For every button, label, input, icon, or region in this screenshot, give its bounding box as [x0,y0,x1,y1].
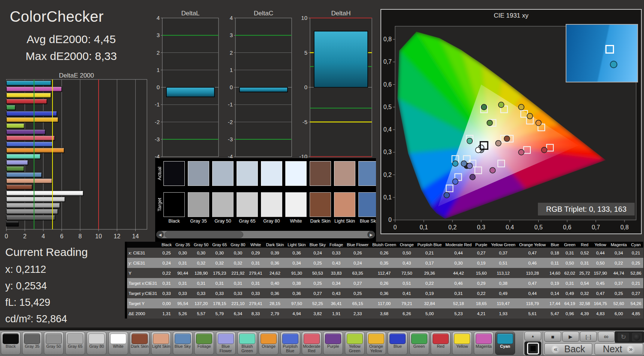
patch-button-purple[interactable]: Purple [323,332,343,355]
swatch-label: Gray 50 [212,218,234,224]
table-cell: 0,27 [473,248,489,258]
target-swatch-blue-sky [358,192,376,217]
patch-label: Orange Yellow [367,344,386,353]
patch-swatch [24,334,40,344]
patch-button-gray-80[interactable]: Gray 80 [87,332,106,355]
infinity-button[interactable]: ∞ [598,332,615,342]
table-cell: 0,33 [247,288,264,298]
patch-button-yellow[interactable]: Yellow [452,332,472,355]
table-cell: 0,46 [443,278,473,288]
patch-button-gray-35[interactable]: Gray 35 [22,332,42,355]
dwell-button[interactable]: [··] [580,332,597,342]
patch-button-magenta[interactable]: Magenta [474,332,494,355]
table-cell: 65,15 [345,298,370,308]
table-cell: 3,68 [370,308,398,319]
scroll-right-icon[interactable]: ▶ [367,231,375,238]
table-cell: 0,17 [416,258,444,268]
record-button[interactable] [631,332,643,342]
patch-data-table: BlackGray 35Gray 50Gray 65Gray 80WhiteDa… [127,242,643,319]
cie-x-tick: 0,6 [563,224,571,230]
patch-button-cyan[interactable]: Cyan [495,332,515,355]
patch-button-blue[interactable]: Blue [388,332,407,355]
patch-label: Foliage [195,344,214,349]
table-cell: 0,37 [609,278,629,288]
table-col-header: Blue Sky [308,242,328,248]
next-button[interactable]: Next» [595,343,643,355]
inset-target-square [605,45,614,54]
max-de2000-value: Max dE2000: 8,33 [0,50,142,63]
patch-button-orange[interactable]: Orange [259,332,279,355]
table-cell: 29,36 [416,268,444,278]
patch-toolbar: BlackGray 35Gray 50Gray 65Gray 80WhiteDa… [0,331,644,356]
patch-button-red[interactable]: Red [431,332,451,355]
patch-button-black[interactable]: Black [1,332,21,355]
swatch-label: Gray 35 [188,218,209,224]
delta-y-tick: 1 [230,67,233,73]
cie-measured-light-skin [496,141,501,146]
scrollbar-thumb[interactable] [165,231,243,238]
deltae-x-tick: 12 [114,233,120,239]
table-cell: 0,35 [370,258,398,268]
table-cell: 0,52 [577,248,592,258]
swatch-scrollbar[interactable]: ◀▶ [156,231,375,238]
cie-x-tick: 0 [394,224,397,230]
back-button[interactable]: «Back [544,343,592,355]
target-swatch-gray-80 [261,192,282,217]
patch-button-gray-50[interactable]: Gray 50 [44,332,64,355]
deltae-x-tick: 14 [132,233,139,239]
refresh-button[interactable]: ↻ [617,332,630,342]
table-col-header: Bluish Green [370,242,398,248]
patch-button-gray-65[interactable]: Gray 65 [65,332,85,355]
pattern-up-button[interactable]: ▲ [524,332,541,341]
patch-button-blue-flower[interactable]: Blue Flower [216,332,236,355]
patch-swatch [88,334,105,344]
patch-button-blue-sky[interactable]: Blue Sky [173,332,193,355]
table-cell: 0,14 [548,288,562,298]
table-cell: 0,30 [229,248,247,258]
table-cell: 221,10 [229,298,247,308]
patch-button-yellow-green[interactable]: Yellow Green [345,332,365,355]
table-row: Target x:CIE310,310,310,310,310,310,310,… [127,278,643,288]
patch-button-white[interactable]: White [108,332,128,355]
table-cell: 5,26 [174,308,192,319]
table-cell: 0,33 [160,288,174,298]
patch-swatch [110,334,126,344]
table-cell: 0,31 [247,278,264,288]
table-cell: 0,22 [160,268,174,278]
cie-measured-red [541,147,547,153]
table-cell: 0,22 [609,258,629,268]
table-cell: 91,30 [286,268,307,278]
inset-measured-point [610,61,617,68]
stop-button[interactable]: ■ [544,332,561,342]
cie-measured-foliage [487,120,493,126]
table-col-header: Orange [398,242,416,248]
scroll-left-icon[interactable]: ◀ [156,231,164,238]
play-button[interactable]: ▶ [562,332,579,342]
patch-button-green[interactable]: Green [409,332,429,355]
table-cell: 3,82 [308,308,328,319]
patch-button-dark-skin[interactable]: Dark Skin [130,332,150,355]
swatch-label: Dark Skin [310,218,331,224]
patch-button-foliage[interactable]: Foliage [194,332,214,355]
cie-measured-orange-yellow [527,113,533,119]
table-cell: 118,79 [517,298,548,308]
table-cell: 0,19 [416,288,444,298]
table-col-header: White [247,242,264,248]
rgb-triplet-readout: RGB Triplet: 0, 133, 163 [538,203,635,215]
patch-button-bluish-green[interactable]: Bluish Green [237,332,257,355]
patch-button-moderate-red[interactable]: Moderate Red [302,332,322,355]
cie-x-tick: 0,4 [506,224,514,230]
pattern-window-button[interactable] [524,341,541,355]
patch-button-orange-yellow[interactable]: Orange Yellow [366,332,386,355]
patch-swatch [239,334,255,344]
swatch-label: Gray 80 [261,218,282,224]
patch-button-purplish-blue[interactable]: Purplish Blue [280,332,300,355]
cie-y-tick: 0,7 [383,58,392,65]
current-reading-fl: fL: 15,429 [5,297,50,308]
table-cell: 0,22 [416,278,444,288]
patch-button-light-skin[interactable]: Light Skin [151,332,171,355]
patch-label: Green [410,344,429,349]
table-cell: 97,50 [286,298,307,308]
table-cell: 279,41 [247,268,264,278]
record-icon [634,334,640,341]
